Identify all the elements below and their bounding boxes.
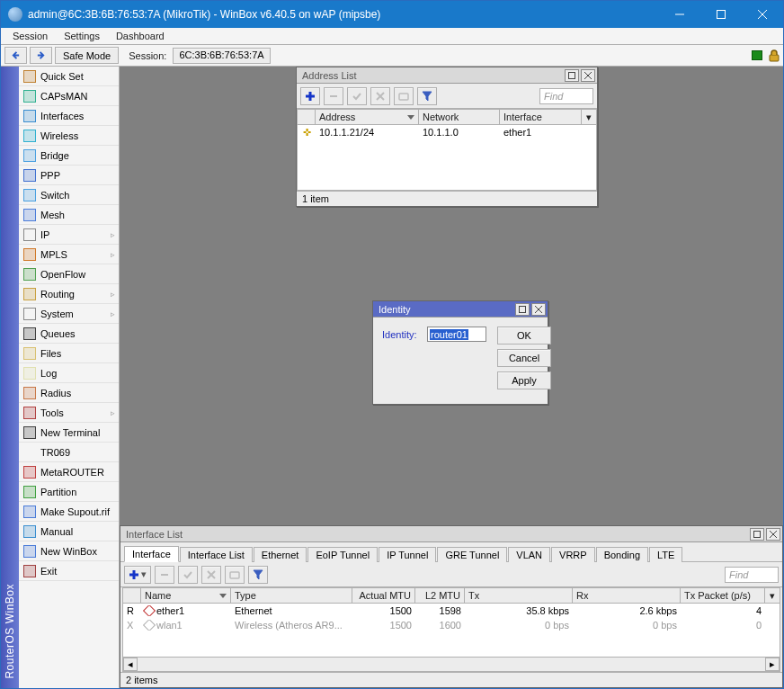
interface-list-close-icon[interactable] (766, 528, 780, 541)
sidebar-item-label: Routing (40, 289, 111, 300)
sidebar-item-make-supout-rif[interactable]: Make Supout.rif (19, 502, 119, 522)
sidebar-item-partition[interactable]: Partition (19, 482, 119, 502)
cancel-button[interactable]: Cancel (497, 349, 551, 367)
ok-button[interactable]: OK (497, 327, 551, 344)
sidebar-item-radius[interactable]: Radius (19, 383, 119, 403)
sidebar-item-new-terminal[interactable]: New Terminal (19, 423, 119, 443)
interface-list-window[interactable]: Interface List InterfaceInterface ListEt… (120, 525, 783, 688)
interface-list-titlebar[interactable]: Interface List (120, 526, 782, 542)
col-network[interactable]: Network (419, 110, 500, 124)
disable-button[interactable] (370, 87, 390, 105)
identity-max-icon[interactable] (515, 303, 530, 316)
add-button[interactable] (300, 87, 320, 105)
if-col-tx[interactable]: Tx (465, 588, 573, 603)
if-col-name[interactable]: Name (141, 588, 231, 603)
sidebar-item-quick-set[interactable]: Quick Set (19, 67, 119, 86)
sidebar-item-label: Bridge (40, 150, 117, 161)
interface-find-input[interactable]: Find (725, 567, 779, 583)
safe-mode-button[interactable]: Safe Mode (55, 47, 119, 64)
sidebar-item-exit[interactable]: Exit (19, 561, 119, 581)
sidebar-item-new-winbox[interactable]: New WinBox (19, 541, 119, 561)
col-flag[interactable] (298, 110, 316, 124)
if-col-flag[interactable] (123, 588, 141, 603)
tab-ip-tunnel[interactable]: IP Tunnel (379, 547, 436, 562)
scroll-right-icon[interactable]: ▸ (765, 658, 780, 671)
tab-bonding[interactable]: Bonding (596, 547, 648, 562)
close-button[interactable] (742, 1, 783, 28)
sidebar-item-routing[interactable]: Routing▹ (19, 284, 119, 304)
address-list-window[interactable]: Address List Find A (296, 67, 598, 207)
sidebar-item-mesh[interactable]: Mesh (19, 205, 119, 225)
identity-window[interactable]: Identity Identity: router01 O (372, 300, 548, 405)
table-row[interactable]: ✜10.1.1.21/2410.1.1.0ether1 (298, 125, 596, 139)
comment-button[interactable] (394, 87, 414, 105)
col-interface[interactable]: Interface (500, 110, 582, 124)
menu-settings[interactable]: Settings (56, 29, 108, 43)
tab-eoip-tunnel[interactable]: EoIP Tunnel (307, 547, 378, 562)
h-scrollbar[interactable]: ◂ ▸ (123, 657, 780, 671)
sidebar-item-system[interactable]: System▹ (19, 304, 119, 324)
sidebar-item-ppp[interactable]: PPP (19, 166, 119, 185)
if-col-txp[interactable]: Tx Packet (p/s) (681, 588, 765, 603)
address-list-close-icon[interactable] (581, 69, 595, 82)
tab-interface-list[interactable]: Interface List (180, 547, 253, 562)
if-col-mtu[interactable]: Actual MTU (352, 588, 415, 603)
identity-titlebar[interactable]: Identity (373, 301, 548, 318)
tab-vrrp[interactable]: VRRP (551, 547, 595, 562)
address-list-titlebar[interactable]: Address List (297, 67, 597, 84)
menu-session[interactable]: Session (4, 29, 56, 43)
sidebar-item-manual[interactable]: Manual (19, 522, 119, 541)
comment-interface-button[interactable] (225, 566, 245, 584)
address-list-max-icon[interactable] (565, 69, 579, 82)
disable-interface-button[interactable] (201, 566, 221, 584)
col-dropdown[interactable]: ▾ (582, 110, 596, 124)
sidebar-item-queues[interactable]: Queues (19, 324, 119, 344)
tab-gre-tunnel[interactable]: GRE Tunnel (437, 547, 507, 562)
sidebar-item-switch[interactable]: Switch (19, 185, 119, 205)
tab-vlan[interactable]: VLAN (508, 547, 550, 562)
filter-interface-button[interactable] (248, 566, 268, 584)
sidebar-item-openflow[interactable]: OpenFlow (19, 264, 119, 284)
if-col-l2mtu[interactable]: L2 MTU (415, 588, 465, 603)
identity-close-icon[interactable] (531, 303, 546, 316)
sidebar-item-log[interactable]: Log (19, 363, 119, 383)
remove-interface-button[interactable] (155, 566, 174, 584)
table-row[interactable]: Xwlan1Wireless (Atheros AR9...150016000 … (123, 618, 780, 632)
sidebar-item-mpls[interactable]: MPLS▹ (19, 245, 119, 264)
interface-list-max-icon[interactable] (750, 528, 764, 541)
sidebar-item-files[interactable]: Files (19, 344, 119, 363)
identity-input[interactable]: router01 (427, 327, 486, 342)
redo-button[interactable] (30, 47, 52, 64)
sidebar-title-text: RouterOS WinBox (4, 575, 16, 688)
menu-dashboard[interactable]: Dashboard (108, 29, 173, 43)
sidebar-item-capsman[interactable]: CAPsMAN (19, 86, 119, 106)
interface-list-title: Interface List (126, 529, 748, 540)
undo-button[interactable] (4, 47, 27, 64)
remove-button[interactable] (324, 87, 343, 105)
sidebar-item-metarouter[interactable]: MetaROUTER (19, 462, 119, 482)
sidebar-item-wireless[interactable]: Wireless (19, 126, 119, 146)
enable-interface-button[interactable] (178, 566, 198, 584)
if-col-type[interactable]: Type (231, 588, 352, 603)
minimize-button[interactable] (659, 1, 700, 28)
apply-button[interactable]: Apply (497, 371, 551, 389)
sidebar-item-bridge[interactable]: Bridge (19, 146, 119, 166)
tab-interface[interactable]: Interface (124, 546, 179, 562)
find-input[interactable]: Find (539, 88, 593, 104)
add-interface-button[interactable]: ▾ (124, 566, 151, 584)
sidebar-item-tr069[interactable]: TR069 (19, 443, 119, 462)
tab-ethernet[interactable]: Ethernet (254, 547, 307, 562)
if-col-rx[interactable]: Rx (573, 588, 681, 603)
scroll-left-icon[interactable]: ◂ (123, 658, 138, 671)
title-bar[interactable]: admin@6C:3B:6B:76:53:7A (MikroTik) - Win… (1, 1, 783, 28)
sidebar-item-ip[interactable]: IP▹ (19, 225, 119, 245)
sidebar-item-interfaces[interactable]: Interfaces (19, 106, 119, 126)
maximize-button[interactable] (700, 1, 742, 28)
if-col-dropdown[interactable]: ▾ (765, 588, 780, 603)
table-row[interactable]: Rether1Ethernet1500159835.8 kbps2.6 kbps… (123, 604, 780, 618)
filter-button[interactable] (417, 87, 437, 105)
enable-button[interactable] (347, 87, 367, 105)
col-address[interactable]: Address (316, 110, 419, 124)
tab-lte[interactable]: LTE (649, 547, 682, 562)
sidebar-item-tools[interactable]: Tools▹ (19, 403, 119, 423)
